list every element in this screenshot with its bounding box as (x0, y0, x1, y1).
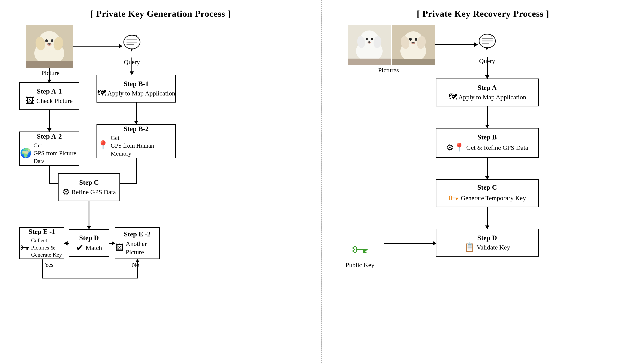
svg-rect-11 (26, 61, 73, 68)
right-panel: [ Private Key Recovery Process ] (322, 0, 644, 363)
step-c-right-box: Step C 🗝 Generate Temporary Key (436, 179, 539, 207)
step-a2-box: Step A-2 🌍 GetGPS from Picture Data (19, 132, 79, 166)
step-c-right-label: Step C (477, 183, 497, 191)
left-content: Picture ? Query (13, 25, 308, 354)
arrow-query-to-a-right (487, 57, 488, 79)
step-a1-icon: 🖼 (26, 97, 34, 105)
svg-text:?: ? (135, 34, 137, 39)
step-e2-text: Another Picture (126, 239, 159, 256)
svg-text:?: ? (490, 33, 492, 38)
step-e1-content: 🗝 Collect Pictures &Generate Key (20, 237, 64, 258)
svg-point-8 (48, 43, 50, 45)
arrow-loop-bottom (42, 278, 138, 278)
step-d-label: Step D (79, 234, 99, 242)
step-b-right-icon: ⚙📍 (446, 142, 464, 153)
arrow-photo-to-query (73, 46, 122, 47)
public-key-section: 🗝 Public Key (346, 240, 374, 269)
public-key-label: Public Key (346, 261, 374, 269)
arrow-query-to-b1 (132, 58, 132, 75)
svg-point-24 (371, 38, 373, 40)
step-b1-content: 🗺 Apply to Map Application (97, 89, 175, 98)
arrow-photo-to-a1 (49, 68, 50, 83)
step-a-right-content: 🗺 Apply to Map Application (448, 93, 526, 102)
dog-photo-left (26, 25, 73, 68)
picture-caption: Picture (34, 69, 66, 77)
step-c-right-text: Generate Temporary Key (461, 194, 526, 202)
svg-point-6 (51, 39, 54, 42)
arrow-b2-down (136, 158, 136, 184)
arrow-a2-down (49, 166, 50, 184)
arrow-e2-up (137, 259, 138, 278)
dog-photo-right-2 (392, 25, 435, 65)
arrow-photos-to-query-right (435, 44, 478, 45)
step-b-right-content: ⚙📍 Get & Refine GPS Data (446, 142, 528, 153)
svg-marker-17 (130, 49, 133, 52)
step-a-right-icon: 🗺 (448, 93, 457, 102)
svg-point-33 (409, 38, 412, 41)
step-c-right-content: 🗝 Generate Temporary Key (448, 193, 526, 203)
step-c-box: Step C ⚙ Refine GPS Data (58, 173, 120, 201)
step-e2-box: Step E -2 🖼 Another Picture (115, 227, 160, 259)
arrow-b1-to-b2 (136, 103, 136, 124)
step-b1-text: Apply to Map Application (108, 89, 175, 97)
step-c-text: Refine GPS Data (72, 188, 116, 196)
step-c-content: ⚙ Refine GPS Data (62, 188, 116, 196)
svg-point-36 (412, 42, 414, 43)
step-c-right-icon: 🗝 (448, 193, 459, 203)
arrow-pubkey-to-d (384, 243, 436, 244)
step-d-right-label: Step D (477, 234, 497, 242)
step-b1-label: Step B-1 (124, 80, 148, 88)
arrow-d-to-e1 (64, 243, 69, 244)
step-e1-label: Step E -1 (28, 228, 55, 236)
arrow-c-to-d (88, 201, 90, 229)
step-a2-content: 🌍 GetGPS from Picture Data (20, 142, 79, 165)
step-a1-box: Step A-1 🖼 Check Picture (19, 82, 79, 110)
step-b1-icon: 🗺 (97, 89, 106, 98)
right-panel-title: [ Private Key Recovery Process ] (335, 9, 631, 19)
step-c-icon: ⚙ (62, 188, 70, 196)
step-e1-text: Collect Pictures &Generate Key (31, 237, 64, 258)
dog-photo-right-1 (348, 25, 391, 65)
step-d-right-content: 📋 Validate Key (464, 243, 510, 252)
left-panel: [ Private Key Generation Process ] (0, 0, 322, 363)
svg-rect-37 (392, 59, 435, 65)
step-d-right-icon: 📋 (464, 243, 475, 252)
step-c-label: Step C (79, 178, 99, 186)
step-b1-box: Step B-1 🗺 Apply to Map Application (96, 75, 176, 103)
step-b-right-label: Step B (478, 133, 497, 141)
left-panel-title: [ Private Key Generation Process ] (13, 9, 308, 19)
step-b2-label: Step B-2 (124, 125, 148, 133)
step-d-text: Match (86, 243, 102, 252)
step-b2-text: GetGPS from Human Memory (111, 134, 175, 157)
step-b2-icon: 📍 (97, 141, 109, 150)
step-d-content: ✔ Match (76, 243, 102, 252)
step-e1-icon: 🗝 (20, 243, 30, 252)
public-key-icon: 🗝 (352, 240, 369, 260)
step-e1-box: Step E -1 🗝 Collect Pictures &Generate K… (19, 227, 64, 259)
arrow-b-to-c-right (487, 158, 488, 179)
yes-label: Yes (44, 261, 54, 268)
arrow-a1-to-a2 (49, 110, 50, 132)
svg-point-5 (45, 39, 48, 42)
arrow-a-to-b-right (487, 106, 488, 128)
step-d-right-box: Step D 📋 Validate Key (436, 229, 539, 257)
step-e2-content: 🖼 Another Picture (116, 239, 159, 256)
step-b-right-text: Get & Refine GPS Data (466, 143, 528, 152)
step-b2-box: Step B-2 📍 GetGPS from Human Memory (96, 124, 176, 158)
step-a-right-text: Apply to Map Application (458, 93, 526, 101)
svg-point-26 (368, 42, 370, 43)
step-d-right-text: Validate Key (477, 243, 510, 251)
svg-point-34 (415, 38, 417, 41)
svg-marker-43 (486, 48, 488, 51)
svg-rect-27 (348, 59, 391, 65)
step-a2-icon: 🌍 (20, 148, 32, 158)
arrow-e1-down (42, 259, 43, 278)
step-a2-label: Step A-2 (37, 132, 62, 140)
step-a1-label: Step A-1 (37, 87, 62, 95)
pictures-caption: Pictures (372, 67, 406, 74)
step-b2-content: 📍 GetGPS from Human Memory (97, 134, 175, 157)
step-d-icon: ✔ (76, 243, 84, 252)
step-e2-icon: 🖼 (116, 243, 124, 252)
step-e2-label: Step E -2 (124, 230, 150, 238)
step-a2-text: GetGPS from Picture Data (34, 142, 79, 165)
